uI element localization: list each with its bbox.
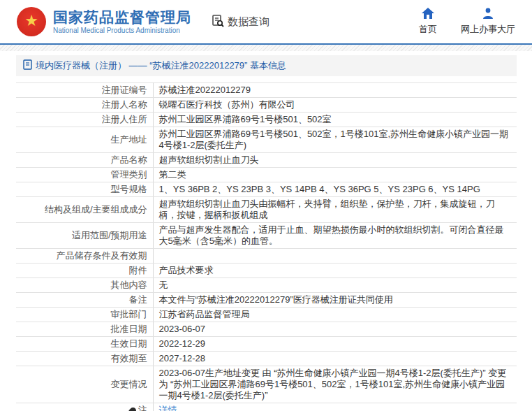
row-value: 苏州工业园区界浦路69号1号楼501、502室，1号楼101室,苏州生命健康小镇… [153, 127, 517, 153]
row-value: 锐曜石医疗科技（苏州）有限公司 [153, 98, 517, 113]
row-label: 其他内容 [16, 278, 153, 293]
row-label: 产品储存条件及有效期 [16, 249, 153, 264]
table-row: 型号规格1、YS 36PB 2、YS 23PB 3、YS 14PB 4、YS 3… [16, 182, 517, 197]
table-row: 批准日期2023-06-07 [16, 322, 517, 337]
row-label: 注 [16, 403, 153, 411]
nav-home-label: 首页 [419, 23, 437, 36]
info-table-body: 注册证编号苏械注准20222012279注册人名称锐曜石医疗科技（苏州）有限公司… [16, 83, 517, 411]
nav-service-hall[interactable]: 网上办事大厅 [461, 8, 515, 36]
table-row: 产品储存条件及有效期 [16, 249, 517, 264]
table-row: 注册人住所苏州工业园区界浦路69号1号楼501、502室 [16, 113, 517, 127]
table-row: 有效期至2027-12-28 [16, 352, 517, 366]
row-label: 注册证编号 [16, 83, 153, 98]
site-subtitle: National Medical Products Administration [53, 27, 191, 34]
table-row: 产品名称超声软组织切割止血刀头 [16, 153, 517, 168]
comment-icon [128, 406, 138, 411]
detail-link[interactable]: 详情 [159, 405, 177, 411]
nav-home[interactable]: 首页 [419, 8, 437, 36]
row-label: 有效期至 [16, 352, 153, 366]
table-row: 适用范围/预期用途产品与超声发生器配合，适用于止血、期望热损伤最小时的软组织切割… [16, 223, 517, 249]
data-query-button[interactable]: 数据查询 [211, 14, 269, 30]
breadcrumb-text: 境内医疗器械（注册） —— “苏械注准20222012279” 基本信息 [36, 59, 286, 72]
row-label: 注册人名称 [16, 98, 153, 113]
row-value: 苏州工业园区界浦路69号1号楼501、502室 [153, 113, 517, 127]
row-label: 变更情况 [16, 366, 153, 403]
row-value: 超声软组织切割止血刀头 [153, 153, 517, 168]
site-title: 国家药品监督管理局 [53, 9, 191, 25]
data-query-label: 数据查询 [228, 15, 269, 29]
document-search-icon [211, 14, 228, 30]
row-value: 第二类 [153, 168, 517, 182]
row-label: 管理类别 [16, 168, 153, 182]
row-value: 无 [153, 278, 517, 293]
row-value: 产品与超声发生器配合，适用于止血、期望热损伤最小时的软组织切割。可闭合直径最大5… [153, 223, 517, 249]
row-label: 审批部门 [16, 308, 153, 322]
row-value: 1、YS 36PB 2、YS 23PB 3、YS 14PB 4、YS 36PG … [153, 182, 517, 197]
row-label: 型号规格 [16, 182, 153, 197]
row-label: 批准日期 [16, 322, 153, 337]
table-row: 结构及组成/主要组成成分超声软组织切割止血刀头由振幅杆，夹持臂，组织垫，保护垫，… [16, 197, 517, 223]
table-row: 备注本文件与“苏械注准20222012279”医疗器械注册证共同使用 [16, 293, 517, 308]
header-nav: 首页 网上办事大厅 [419, 8, 515, 36]
row-value: 超声软组织切割止血刀头由振幅杆，夹持臂，组织垫，保护垫，刀杆，集成旋钮，刀柄，按… [153, 197, 517, 223]
table-row: 附件产品技术要求 [16, 264, 517, 278]
table-row: 注册证编号苏械注准20222012279 [16, 83, 517, 98]
registration-info-table: 注册证编号苏械注准20222012279注册人名称锐曜石医疗科技（苏州）有限公司… [16, 82, 517, 411]
table-row: 变更情况2023-06-07生产地址变更 由 “苏州生命健康小镇产业园一期4号楼… [16, 366, 517, 403]
table-row: 注册人名称锐曜石医疗科技（苏州）有限公司 [16, 98, 517, 113]
table-row: 管理类别第二类 [16, 168, 517, 182]
row-value: 江苏省药品监督管理局 [153, 308, 517, 322]
emblem-star-icon: ★ [24, 13, 38, 29]
row-label: 附件 [16, 264, 153, 278]
row-label: 生产地址 [16, 127, 153, 153]
table-row: 生效日期2022-12-29 [16, 337, 517, 352]
site-header: ★ 国家药品监督管理局 National Medical Products Ad… [0, 0, 532, 43]
row-value: 2023-06-07生产地址变更 由 “苏州生命健康小镇产业园一期4号楼1-2层… [153, 366, 517, 403]
table-row: 生产地址苏州工业园区界浦路69号1号楼501、502室，1号楼101室,苏州生命… [16, 127, 517, 153]
row-label: 注册人住所 [16, 113, 153, 127]
row-value: 2023-06-07 [153, 322, 517, 337]
document-icon [23, 59, 36, 72]
nav-service-hall-label: 网上办事大厅 [461, 23, 515, 36]
site-brand: 国家药品监督管理局 National Medical Products Admi… [53, 9, 191, 34]
row-value: 本文件与“苏械注准20222012279”医疗器械注册证共同使用 [153, 293, 517, 308]
row-label: 备注 [16, 293, 153, 308]
row-value: 详情 [153, 403, 517, 411]
row-value: 苏械注准20222012279 [153, 83, 517, 98]
national-emblem-icon: ★ [17, 7, 46, 36]
row-label: 生效日期 [16, 337, 153, 352]
row-label: 适用范围/预期用途 [16, 223, 153, 249]
row-label: 结构及组成/主要组成成分 [16, 197, 153, 223]
row-label: 产品名称 [16, 153, 153, 168]
person-icon [482, 8, 494, 21]
stripe-band [0, 45, 532, 51]
row-value: 2027-12-28 [153, 352, 517, 366]
table-row: 审批部门江苏省药品监督管理局 [16, 308, 517, 322]
row-value: 产品技术要求 [153, 264, 517, 278]
table-row: 其他内容无 [16, 278, 517, 293]
row-value: 2022-12-29 [153, 337, 517, 352]
home-icon [422, 8, 434, 21]
table-row: 注详情 [16, 403, 517, 411]
breadcrumb: 境内医疗器械（注册） —— “苏械注准20222012279” 基本信息 [16, 55, 517, 76]
row-value [153, 249, 517, 264]
